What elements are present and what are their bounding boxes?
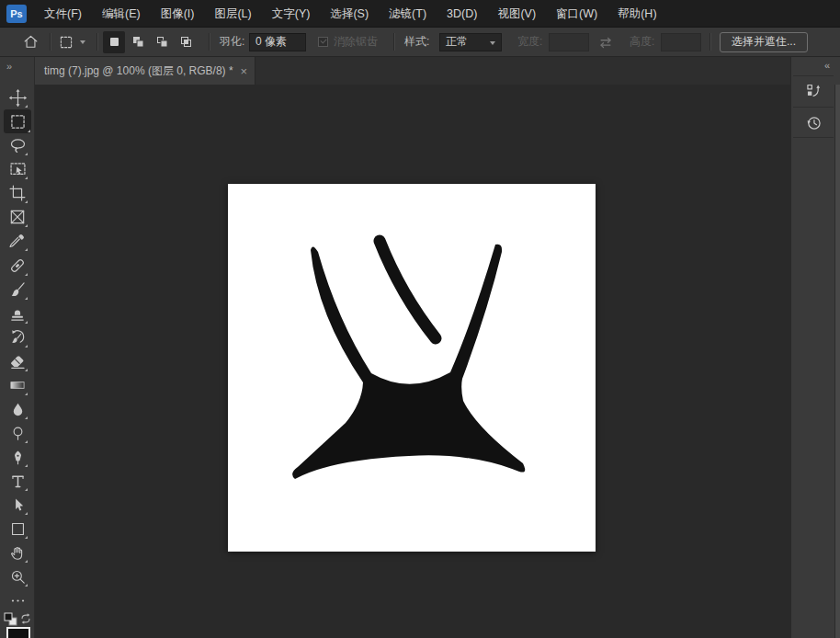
rectangular-marquee-icon	[8, 112, 28, 131]
new-selection-icon	[108, 35, 121, 49]
menu-type[interactable]: 文字(Y)	[262, 0, 321, 28]
menu-image[interactable]: 图像(I)	[151, 0, 205, 28]
brush-icon	[8, 280, 27, 299]
menu-file[interactable]: 文件(F)	[34, 0, 92, 28]
rectangle-icon	[9, 520, 27, 538]
divider	[209, 33, 210, 51]
crop-icon	[8, 184, 27, 202]
panel-button-components[interactable]	[793, 76, 834, 107]
canvas[interactable]	[228, 184, 596, 552]
water-drop-icon	[9, 401, 27, 418]
frame-tool[interactable]	[6, 206, 28, 228]
width-input	[549, 33, 589, 51]
menu-layer[interactable]: 图层(L)	[204, 0, 261, 28]
marquee-preset-icon	[58, 34, 74, 51]
stamp-icon	[8, 304, 27, 323]
move-icon	[8, 88, 28, 108]
history-clock-icon	[804, 113, 823, 132]
foreground-color-swatch[interactable]	[6, 627, 30, 638]
brush-tool[interactable]	[6, 279, 28, 301]
crop-tool[interactable]	[6, 182, 28, 204]
swap-arrows-icon	[597, 35, 614, 50]
toolbar-expand-button[interactable]: »	[0, 57, 35, 75]
photoshop-window: Ps 文件(F) 编辑(E) 图像(I) 图层(L) 文字(Y) 选择(S) 滤…	[0, 0, 840, 638]
lasso-icon	[8, 136, 28, 155]
rectangle-tool[interactable]	[6, 518, 28, 540]
divider	[96, 33, 97, 51]
tools-panel: »	[0, 57, 35, 638]
pen-nib-icon	[9, 449, 27, 466]
menu-filter[interactable]: 滤镜(T)	[379, 0, 437, 28]
zoom-tool[interactable]	[6, 565, 28, 587]
blur-tool[interactable]	[6, 398, 28, 420]
rectangular-marquee-tool[interactable]	[4, 109, 31, 133]
home-icon	[22, 33, 40, 51]
close-tab-icon[interactable]: ×	[241, 64, 255, 78]
edit-toolbar-button[interactable]	[6, 589, 28, 611]
chevron-down-icon	[490, 41, 495, 45]
artwork-abstract-figure	[228, 184, 596, 552]
document-tab[interactable]: timg (7).jpg @ 100% (图层 0, RGB/8) * ×	[35, 57, 255, 85]
hand-tool[interactable]	[6, 541, 28, 564]
menu-window[interactable]: 窗口(W)	[546, 0, 607, 28]
pen-tool[interactable]	[6, 446, 28, 468]
home-button[interactable]	[22, 28, 40, 56]
dodge-tool[interactable]	[6, 422, 28, 444]
selection-mode-group	[103, 28, 197, 56]
gradient-tool[interactable]	[6, 374, 28, 396]
tool-preset-picker[interactable]	[58, 28, 85, 56]
intersect-selection-button[interactable]	[175, 31, 197, 53]
eraser-icon	[8, 352, 27, 370]
move-tool[interactable]	[6, 86, 28, 108]
clone-stamp-tool[interactable]	[6, 302, 28, 325]
style-value: 正常	[446, 34, 468, 50]
photoshop-logo: Ps	[6, 5, 27, 23]
spot-healing-brush-tool[interactable]	[6, 255, 28, 277]
antialias-checkbox: 消除锯齿	[318, 28, 378, 56]
feather-label: 羽化:	[220, 34, 244, 50]
chevron-down-icon	[80, 40, 85, 44]
lasso-tool[interactable]	[6, 134, 28, 156]
document-tab-bar: timg (7).jpg @ 100% (图层 0, RGB/8) * ×	[35, 57, 790, 85]
style-dropdown[interactable]: 正常	[439, 33, 502, 51]
history-brush-icon	[8, 328, 27, 347]
history-brush-tool[interactable]	[6, 326, 28, 348]
document-viewport	[35, 85, 790, 638]
frame-icon	[8, 208, 27, 226]
feather-input[interactable]: 0 像素	[249, 33, 306, 51]
new-selection-button[interactable]	[103, 31, 125, 53]
menu-edit[interactable]: 编辑(E)	[92, 0, 151, 28]
panel-button-history[interactable]	[793, 107, 834, 137]
dock-expand-button[interactable]: «	[824, 60, 831, 71]
menu-3d[interactable]: 3D(D)	[437, 0, 487, 28]
document-tab-title: timg (7).jpg @ 100% (图层 0, RGB/8) *	[35, 63, 241, 79]
select-and-mask-button[interactable]: 选择并遮住...	[720, 32, 808, 52]
checkbox-icon	[318, 37, 328, 47]
add-to-selection-button[interactable]	[127, 31, 149, 53]
swap-colors-icon[interactable]	[19, 612, 32, 625]
divider	[709, 33, 710, 51]
squares-arrow-panel-icon	[804, 82, 823, 101]
default-colors-icon[interactable]	[4, 612, 18, 627]
antialias-label: 消除锯齿	[334, 34, 378, 50]
eyedropper-icon	[8, 232, 27, 250]
type-icon	[9, 473, 27, 490]
path-selection-tool[interactable]	[6, 494, 28, 516]
eyedropper-tool[interactable]	[6, 230, 28, 252]
ellipsis-icon	[9, 592, 27, 610]
menu-view[interactable]: 视图(V)	[487, 0, 546, 28]
divider	[50, 33, 51, 51]
menu-select[interactable]: 选择(S)	[320, 0, 379, 28]
divider	[393, 33, 394, 51]
swap-dimensions-button	[597, 28, 614, 56]
hand-icon	[9, 544, 27, 562]
dodge-icon	[9, 425, 27, 442]
eraser-tool[interactable]	[6, 350, 28, 372]
menu-help[interactable]: 帮助(H)	[607, 0, 666, 28]
add-to-selection-icon	[131, 35, 145, 49]
object-selection-tool[interactable]	[6, 158, 28, 180]
subtract-from-selection-button[interactable]	[151, 31, 173, 53]
type-tool[interactable]	[6, 470, 28, 492]
magnifier-icon	[9, 568, 27, 586]
width-label: 宽度:	[517, 34, 542, 50]
